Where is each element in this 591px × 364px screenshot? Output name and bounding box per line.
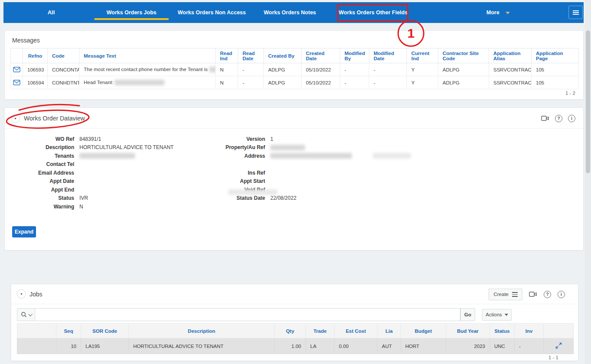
scrollbar-thumb[interactable] [586,30,590,173]
more-label: More [486,10,499,16]
cell-read-date: - [238,63,264,76]
nav-hamburger-button[interactable] [568,6,583,19]
jobs-col-description[interactable]: Description [129,324,275,338]
jobs-col-sor-code[interactable]: SOR Code [81,324,129,338]
tab-works-orders-non-access[interactable]: Works Orders Non Access [177,2,246,23]
messages-col-created-date[interactable]: Created Date [302,49,340,63]
jobs-col-est-cost[interactable]: Est Cost [335,324,378,338]
table-row: 10 LA195 HORTICULTURAL ADVICE TO TENANT … [17,338,574,354]
messages-col-modified-by[interactable]: Modified By [340,49,369,63]
video-camera-icon[interactable] [541,115,549,121]
cell-lia: AUT [378,338,401,354]
cell-read-date: - [238,76,264,89]
jobs-pagination: 1 - 1 [548,355,558,360]
search-options-button[interactable] [17,308,35,321]
expand-row-button[interactable] [544,338,574,354]
jobs-header-row: Seq SOR Code Description Qty Trade Est C… [17,324,574,338]
messages-col-current-ind[interactable]: Current Ind [407,49,438,63]
jobs-col-expand [544,324,574,338]
cell-modified-date: - [369,63,407,76]
messages-col-code[interactable]: Code [48,49,79,63]
cell-est-cost: 0.00 [335,338,378,354]
chevron-down-icon [28,312,33,316]
help-icon[interactable]: ? [555,115,562,122]
field-label: Status Date [148,195,270,201]
cell-seq: 10 [56,338,81,354]
messages-col-created-by[interactable]: Created By [264,49,302,63]
vertical-scrollbar[interactable] [585,0,591,364]
cell-qty: 1.00 [275,338,306,354]
jobs-toolbar: Go Actions [17,308,572,321]
messages-header-row: Refno Code Message Text Read Ind Read Da… [11,49,579,63]
active-tab-underline [94,18,169,20]
jobs-col-qty[interactable]: Qty [275,324,306,338]
tab-works-orders-notes[interactable]: Works Orders Notes [264,2,316,23]
help-icon[interactable]: ? [544,291,551,298]
cell-budget: HORT [401,338,446,354]
field-label: Property/Au Ref [148,144,270,150]
tab-all[interactable]: All [48,2,55,23]
info-icon[interactable]: i [558,291,565,298]
search-input[interactable] [35,308,460,321]
field-label: Description [10,144,79,150]
messages-col-application-alias[interactable]: Application Alias [489,49,532,63]
cell-inv: - [515,338,544,354]
cell-current-ind: Y [407,63,438,76]
messages-col-read-ind[interactable]: Read Ind [216,49,238,63]
field-label: Ins Ref [148,170,270,176]
hamburger-icon [573,10,579,15]
messages-col-message-text[interactable]: Message Text [79,49,216,63]
collapse-region-button[interactable]: ▼ [11,114,20,123]
jobs-col-budget[interactable]: Budget [401,324,446,338]
create-button[interactable]: Create [489,289,522,300]
jobs-table: Seq SOR Code Description Qty Trade Est C… [17,323,574,354]
redacted-text [209,67,216,72]
field-label: Tenants [10,153,79,159]
more-menu[interactable]: More [486,2,510,23]
actions-button[interactable]: Actions [482,309,512,321]
messages-col-read-date[interactable]: Read Date [238,49,264,63]
cell-application-alias: SSRVCONTRACT [489,76,532,89]
redacted-text [79,153,135,159]
jobs-title: Jobs [30,284,43,304]
info-icon[interactable]: i [568,115,575,122]
app-screen: All Works Orders Jobs Works Orders Non A… [0,0,591,364]
go-button[interactable]: Go [460,308,475,321]
messages-pagination: 1 - 2 [565,91,575,96]
messages-col-application-page[interactable]: Application Page [532,49,579,63]
field-label: Contact Tel [10,161,79,167]
row-drag-handle[interactable] [17,338,56,354]
cell-message-text: The most recent contact phone number for… [79,63,216,76]
jobs-col-lia[interactable]: Lia [378,324,401,338]
jobs-col-seq[interactable]: Seq [56,324,81,338]
status-date-value: 22/08/2022 [270,195,296,201]
envelope-icon[interactable] [11,63,23,76]
field-label: Warning [10,204,79,210]
jobs-col-status[interactable]: Status [490,324,515,338]
wo-ref-value: 848391/1 [79,136,101,142]
field-label: Appt End [10,187,79,193]
expand-button[interactable]: Expand [12,226,36,237]
jobs-col-trade[interactable]: Trade [306,324,335,338]
cell-sor-code: LA195 [81,338,129,354]
address-value [270,153,411,159]
status-value: IVR [79,195,88,201]
expand-diagonal-icon [555,342,562,349]
messages-region: Messages Refno Code Message Text Read In… [4,30,584,100]
messages-col-contractor-site-code[interactable]: Contractor Site Code [438,49,489,63]
messages-col-modified-date[interactable]: Modified Date [369,49,407,63]
annotation-step-circle: 1 [397,20,424,47]
works-order-dataview-title: Works Order Dataview [24,108,85,129]
jobs-col-inv[interactable]: Inv [515,324,544,338]
cell-modified-date: - [369,76,407,89]
envelope-icon[interactable] [11,76,23,89]
redacted-text [228,189,277,195]
works-order-dataview-region: ▼ Works Order Dataview ? i WO Ref848391/… [4,107,584,250]
jobs-col-bud-year[interactable]: Bud Year [446,324,490,338]
video-camera-icon[interactable] [529,291,537,297]
messages-col-refno[interactable]: Refno [23,49,48,63]
tab-works-orders-other-fields[interactable]: Works Orders Other Fields [339,2,408,23]
collapse-region-button[interactable]: ▼ [17,289,26,299]
cell-created-by: ADLPG [264,76,302,89]
messages-title: Messages [12,37,40,44]
